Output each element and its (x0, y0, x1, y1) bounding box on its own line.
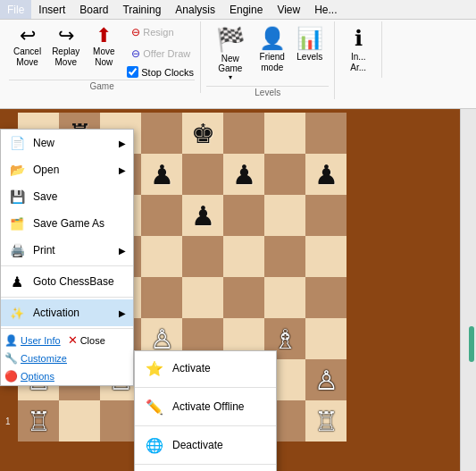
menu-help[interactable]: He... (307, 0, 344, 19)
menu-analysis[interactable]: Analysis (168, 0, 222, 19)
stop-clocks-checkbox[interactable] (127, 66, 138, 78)
cancel-move-label: Cancel Move (13, 46, 41, 68)
menu-engine[interactable]: Engine (222, 0, 270, 19)
submenu-item-deactivate[interactable]: 🌐 Deactivate (135, 428, 276, 462)
menu-item-save-game-as[interactable]: 🗂️ Save Game As (1, 210, 133, 237)
board-cell[interactable]: ♟ (305, 154, 347, 195)
friend-mode-label: Friend mode (260, 52, 285, 73)
submenu-item-activate[interactable]: ⭐ Activate (135, 351, 276, 385)
menu-item-save[interactable]: 💾 Save (1, 183, 133, 210)
menu-item-new[interactable]: 📄 New ▶ (1, 130, 133, 156)
menu-insert[interactable]: Insert (31, 0, 72, 19)
board-cell[interactable] (264, 236, 305, 277)
print-arrow-icon: ▶ (119, 246, 126, 256)
menu-item-activation[interactable]: ✨ Activation ▶ (1, 299, 133, 326)
customize-icon: 🔧 (4, 352, 18, 365)
board-cell[interactable] (264, 154, 305, 195)
menu-sep-1 (1, 265, 133, 266)
menu-sep-2 (1, 297, 133, 298)
board-cell[interactable] (182, 236, 223, 277)
board-cell[interactable] (141, 113, 182, 154)
levels-group-label: Levels (206, 86, 329, 97)
board-cell[interactable] (223, 195, 264, 236)
submenu-sep-3 (135, 464, 276, 465)
board-cell[interactable]: ♟ (182, 195, 223, 236)
ribbon-info-items: ℹ In... Ar... (340, 23, 376, 76)
move-now-button[interactable]: ⬆ Move Now (86, 23, 121, 71)
board-cell[interactable] (223, 277, 264, 318)
replay-move-button[interactable]: ↪ Replay Move (47, 23, 84, 71)
board-cell[interactable]: ♖ (305, 400, 347, 442)
board-cell[interactable] (182, 154, 223, 195)
board-cell[interactable] (182, 277, 223, 318)
board-cell[interactable]: ♖ (18, 400, 59, 442)
board-cell[interactable] (141, 277, 182, 318)
submenu-item-update-program[interactable]: ● Update Program (135, 467, 276, 471)
resign-button[interactable]: ⊖ Resign (127, 23, 195, 41)
menu-item-save-label: Save (33, 190, 57, 203)
side-panel (460, 109, 476, 471)
customize-row: 🔧 Customize (1, 349, 133, 367)
board-cell[interactable]: ♚ (182, 113, 223, 154)
goto-chessbase-icon: ♟ (8, 273, 26, 290)
chess-piece: ♙ (314, 365, 338, 396)
user-info-link[interactable]: User Info (21, 335, 61, 346)
menu-item-print[interactable]: 🖨️ Print ▶ (1, 237, 133, 264)
board-cell[interactable]: ♟ (141, 154, 182, 195)
new-arrow-icon: ▶ (119, 139, 126, 148)
activate-offline-icon: ✏️ (144, 396, 165, 417)
options-row: 🔴 Options (1, 367, 133, 385)
open-icon: 📂 (8, 161, 26, 179)
board-cell[interactable] (264, 113, 305, 154)
menu-item-goto-chessbase-label: Goto ChessBase (33, 275, 114, 288)
chess-piece: ♟ (314, 159, 338, 190)
chess-piece: ♖ (27, 406, 51, 437)
menu-view[interactable]: View (270, 0, 307, 19)
info-button[interactable]: ℹ In... Ar... (340, 23, 376, 76)
board-cell[interactable] (305, 277, 347, 318)
new-icon: 📄 (8, 134, 26, 152)
menu-item-open[interactable]: 📂 Open ▶ (1, 156, 133, 183)
scroll-indicator[interactable] (469, 326, 474, 362)
board-cell[interactable]: ♟ (223, 154, 264, 195)
levels-label: Levels (296, 52, 322, 63)
board-cell[interactable] (223, 236, 264, 277)
cancel-move-button[interactable]: ↩ Cancel Move (9, 23, 46, 71)
move-now-icon: ⬆ (96, 26, 112, 46)
offer-draw-label: Offer Draw (143, 48, 190, 59)
options-link[interactable]: Options (21, 371, 54, 382)
menu-item-save-game-as-label: Save Game As (33, 217, 104, 230)
levels-button[interactable]: 📊 Levels (292, 23, 328, 65)
activate-offline-label: Activate Offline (172, 400, 244, 413)
activate-icon: ⭐ (144, 357, 165, 379)
new-game-label: New Game (218, 54, 242, 73)
submenu-item-activate-offline[interactable]: ✏️ Activate Offline (135, 390, 276, 424)
submenu-sep-2 (135, 425, 276, 426)
board-cell[interactable] (305, 318, 347, 359)
board-cell[interactable] (59, 400, 100, 442)
stop-clocks-label: Stop Clocks (141, 67, 194, 78)
menu-file[interactable]: File (0, 0, 31, 19)
menu-item-goto-chessbase[interactable]: ♟ Goto ChessBase (1, 268, 133, 295)
menu-training[interactable]: Training (115, 0, 168, 19)
board-cell[interactable] (305, 195, 347, 236)
board-cell[interactable] (305, 236, 347, 277)
friend-mode-button[interactable]: 👤 Friend mode (255, 23, 290, 76)
board-cell[interactable]: ♙ (305, 359, 347, 400)
board-cell[interactable] (141, 236, 182, 277)
offer-draw-button[interactable]: ⊖ Offer Draw (127, 45, 195, 63)
board-cell[interactable] (141, 195, 182, 236)
ribbon: ↩ Cancel Move ↪ Replay Move ⬆ Move Now ⊖… (0, 20, 476, 109)
new-game-button[interactable]: 🏁 New Game ▾ (208, 23, 253, 84)
replay-move-label: Replay Move (52, 46, 79, 68)
board-cell[interactable] (264, 195, 305, 236)
board-cell[interactable] (223, 113, 264, 154)
menu-board[interactable]: Board (72, 0, 115, 19)
left-menu: 📄 New ▶ 📂 Open ▶ 💾 Save 🗂️ Save Game As … (0, 129, 134, 386)
customize-link[interactable]: Customize (21, 353, 67, 364)
chess-piece: ♟ (232, 159, 256, 190)
save-icon: 💾 (8, 188, 26, 206)
board-cell[interactable] (264, 277, 305, 318)
board-cell[interactable] (305, 113, 347, 154)
close-icon[interactable]: ✕ (68, 333, 78, 347)
